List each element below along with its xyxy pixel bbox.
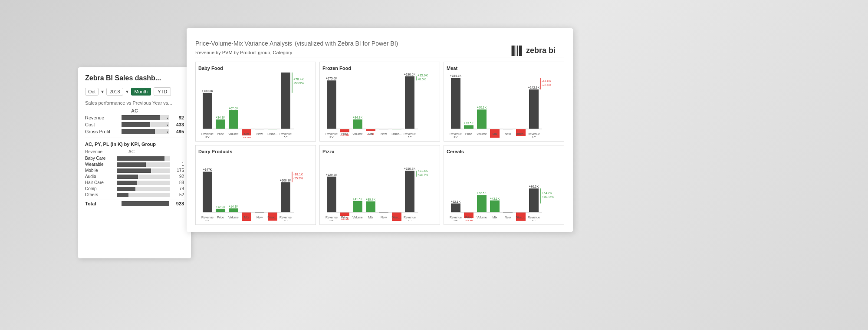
group-kpi-row: Comp 78: [85, 186, 184, 191]
x-axis-label: Disco...: [516, 216, 526, 219]
year-select[interactable]: 2018: [106, 88, 123, 96]
chart-bar: [464, 125, 473, 129]
group-kpi-row: Mobile 175: [85, 168, 184, 173]
chart-svg: +130.8K+34.1K+67.6K-23.3K+209.2K Revenue…: [198, 73, 313, 138]
x-axis-label: Revenue: [528, 216, 540, 219]
group-label: Comp: [85, 186, 115, 191]
variance-pct: +8.5%: [418, 78, 426, 81]
bar-label: -23.3K: [242, 137, 251, 138]
left-panel-title: Zebra BI Sales dashb...: [85, 74, 184, 82]
bar-label: +142.9K: [528, 86, 540, 89]
variance-pct: +16.7%: [418, 173, 428, 176]
x-axis-label: Volume: [477, 216, 487, 219]
chart-bar: [405, 171, 414, 212]
x-axis-label2: AC: [283, 136, 288, 138]
chart-svg: +129.3K-13.1K+41.5K+39.7K-46.5K+150.8K R…: [322, 156, 437, 221]
bar-label: +67.6K: [229, 107, 239, 110]
x-axis-label: Mix: [368, 216, 373, 219]
group-rows: Baby Care Wearable 1 Mobile 175 Audio 92…: [85, 156, 184, 197]
group-kpi-row: Audio 92: [85, 174, 184, 179]
chart-bar: [281, 73, 290, 129]
bar-label: +13.5K: [464, 122, 474, 125]
x-axis-label: Disco...: [391, 216, 401, 219]
x-axis-label2: PY: [454, 219, 458, 221]
chart-bar: [451, 204, 460, 212]
ytd-button[interactable]: YTD: [154, 87, 171, 96]
kpi-row: Revenue ▾ 92: [85, 115, 184, 120]
ac-col-label: AC: [128, 149, 135, 154]
x-axis-label: Price: [341, 216, 348, 219]
zebra-logo: ▐║▌ zebra bi: [508, 46, 556, 56]
group-label: Audio: [85, 174, 115, 179]
bar-label: +175.6K: [326, 77, 338, 80]
total-bar: [122, 201, 169, 206]
x-axis-label2: AC: [408, 136, 412, 138]
bar-label: +86.3K: [529, 185, 539, 188]
kpi-label: Gross Profit: [85, 129, 120, 134]
chart-bar: [327, 80, 336, 129]
kpi-bar: ▾: [122, 129, 169, 134]
chart-title: Dairy Products: [198, 149, 313, 154]
group-bar: [117, 162, 170, 167]
kpi-label: Cost: [85, 122, 120, 127]
bar-label: +34.1K: [216, 116, 226, 119]
chart-bar: [340, 129, 349, 132]
x-axis-label: Disco...: [267, 216, 277, 219]
controls-row: Oct ▾ 2018 ▾ Month YTD: [85, 87, 184, 96]
chart-bar: [366, 129, 375, 131]
x-axis-label: Revenue: [450, 132, 462, 135]
bar-label: +12.9K: [216, 205, 226, 208]
group-label: Mobile: [85, 168, 115, 173]
chart-bar: [353, 201, 362, 212]
group-label: Others: [85, 192, 115, 197]
x-axis-label: Mix: [368, 132, 373, 135]
bar-label: +14.1K: [229, 205, 239, 208]
kpi-row: Gross Profit ▾ 495: [85, 129, 184, 134]
month-select[interactable]: Oct: [85, 88, 99, 96]
kpi-label: Revenue: [85, 115, 120, 120]
chart-bar: [229, 208, 238, 212]
chart-bar: [281, 182, 290, 212]
group-value: 92: [171, 174, 184, 179]
x-axis-label: New: [256, 132, 263, 135]
x-axis-label: Mix: [493, 216, 497, 219]
chart-bar: [451, 78, 460, 129]
kpi-value: 92: [171, 115, 184, 120]
group-value: 78: [171, 186, 184, 191]
group-bar: [117, 193, 170, 197]
chart-bar: [203, 172, 212, 212]
x-axis-label: Mix: [244, 132, 249, 135]
group-bar: [117, 168, 170, 173]
main-subtitle: (visualized with Zebra BI for Power BI): [295, 40, 398, 47]
x-axis-label: New: [505, 132, 511, 135]
x-axis-label2: PY: [454, 136, 458, 138]
bar-label: +62.5K: [477, 191, 487, 195]
group-kpi-row: Others 52: [85, 192, 184, 197]
group-kpi-row: Baby Care: [85, 156, 184, 161]
x-axis-label: Price: [217, 216, 224, 219]
chart-box: Frozen Food +175.6K-11.6K+34.3K-7.7K+190…: [319, 62, 440, 142]
variance-value: -38.1K: [293, 172, 303, 176]
month-button[interactable]: Month: [131, 88, 151, 96]
chart-bar: [405, 76, 414, 129]
bar-label: +190.6K: [404, 73, 416, 76]
chart-bar: [216, 119, 225, 129]
x-axis-label: Volume: [228, 216, 238, 219]
chart-bar: [216, 209, 225, 212]
x-axis-label: Volume: [477, 132, 487, 135]
variance-pct: +59.9%: [293, 82, 304, 85]
bar-label: +32.1K: [451, 200, 461, 203]
revenue-col-label: Revenue: [85, 149, 102, 154]
x-axis-label2: PY: [329, 219, 334, 221]
chart-svg: +32.1K-20.4K+62.5K+43.1K-31K+86.3K Reven…: [447, 156, 561, 221]
group-kpi-row: Hair Care 88: [85, 180, 184, 185]
x-axis-label: Volume: [352, 216, 362, 219]
group-bar: [117, 187, 170, 191]
chart-svg: +184.7K+13.5K+70.3K-100.6K-25K+142.9K Re…: [447, 73, 561, 138]
chart-box: Baby Food +130.8K+34.1K+67.6K-23.3K+209.…: [195, 62, 316, 142]
chart-title: Frozen Food: [322, 66, 437, 71]
variance-pct: +169.2%: [542, 195, 554, 198]
x-axis-label: New: [256, 216, 263, 219]
chart-box: Meat +184.7K+13.5K+70.3K-100.6K-25K+142.…: [444, 62, 564, 142]
x-axis-label: Revenue: [326, 132, 338, 135]
